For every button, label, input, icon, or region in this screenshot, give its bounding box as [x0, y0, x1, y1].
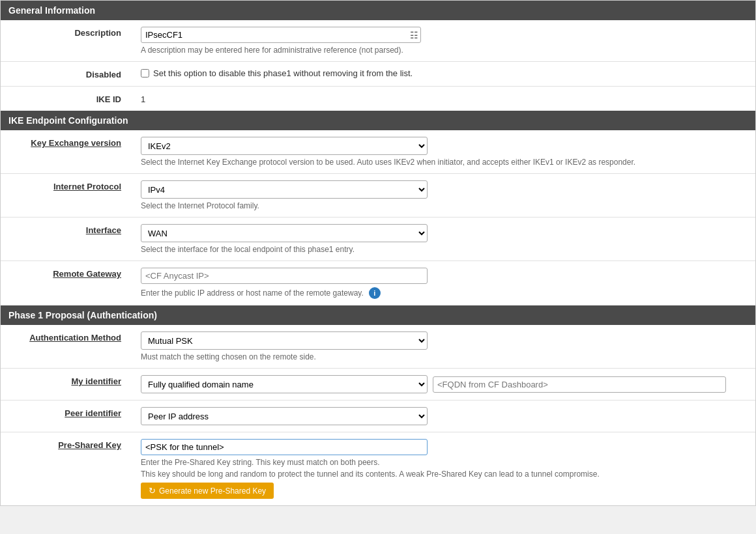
description-input[interactable]: [141, 27, 421, 43]
remote-gateway-helper: Enter the public IP address or host name…: [141, 288, 364, 298]
pre-shared-key-helper1: Enter the Pre-Shared Key string. This ke…: [141, 458, 746, 467]
interface-label: Interface: [1, 218, 131, 261]
remote-gateway-row: Remote Gateway Enter the public IP addre…: [1, 261, 755, 306]
key-exchange-helper: Select the Internet Key Exchange protoco…: [141, 158, 746, 167]
general-information-header: General Information: [1, 1, 755, 20]
my-identifier-value-cell: My IP address Fully qualified domain nam…: [131, 369, 755, 400]
remote-gateway-link[interactable]: Remote Gateway: [53, 269, 121, 279]
key-exchange-select[interactable]: IKEv2 Auto IKEv1: [141, 137, 428, 155]
pre-shared-key-label: Pre-Shared Key: [1, 432, 131, 506]
ike-id-value: 1: [141, 94, 145, 104]
remote-gateway-helper-row: Enter the public IP address or host name…: [141, 287, 746, 299]
disabled-label: Disabled: [1, 62, 131, 87]
remote-gateway-input[interactable]: [141, 268, 428, 284]
pre-shared-key-link[interactable]: Pre-Shared Key: [58, 440, 121, 450]
ike-id-label: IKE ID: [1, 87, 131, 111]
disabled-row: Disabled Set this option to disable this…: [1, 62, 755, 87]
internet-protocol-label: Internet Protocol: [1, 174, 131, 218]
generate-psk-label: Generate new Pre-Shared Key: [159, 486, 266, 496]
internet-protocol-select[interactable]: IPv4 IPv6: [141, 180, 428, 199]
generate-psk-button[interactable]: ↻ Generate new Pre-Shared Key: [141, 483, 274, 499]
remote-gateway-label: Remote Gateway: [1, 261, 131, 306]
ike-endpoint-header: IKE Endpoint Configuration: [1, 111, 755, 130]
ike-id-row: IKE ID 1: [1, 87, 755, 111]
key-exchange-row: Key Exchange version IKEv2 Auto IKEv1 Se…: [1, 130, 755, 174]
disabled-value-cell: Set this option to disable this phase1 w…: [131, 62, 755, 87]
my-identifier-link[interactable]: My identifier: [71, 376, 121, 386]
ike-id-value-cell: 1: [131, 87, 755, 111]
description-input-wrapper: ☷: [141, 27, 421, 43]
interface-row: Interface WAN LAN OPT1 Select the interf…: [1, 218, 755, 261]
internet-protocol-link[interactable]: Internet Protocol: [53, 182, 121, 191]
pre-shared-key-helper2: This key should be long and random to pr…: [141, 470, 746, 479]
my-identifier-label: My identifier: [1, 369, 131, 400]
interface-value-cell: WAN LAN OPT1 Select the interface for th…: [131, 218, 755, 261]
peer-identifier-row: Peer identifier Peer IP address IP addre…: [1, 400, 755, 432]
interface-link[interactable]: Interface: [86, 225, 121, 235]
page-wrapper: General Information Description ☷ A desc…: [0, 0, 756, 506]
refresh-icon: ↻: [149, 486, 156, 496]
info-icon[interactable]: i: [369, 287, 381, 299]
interface-helper: Select the interface for the local endpo…: [141, 245, 746, 254]
peer-identifier-link[interactable]: Peer identifier: [65, 408, 121, 418]
pre-shared-key-input[interactable]: [141, 439, 428, 455]
key-exchange-value-cell: IKEv2 Auto IKEv1 Select the Internet Key…: [131, 130, 755, 174]
phase1-proposal-title: Phase 1 Proposal (Authentication): [8, 310, 157, 320]
ike-endpoint-title: IKE Endpoint Configuration: [8, 115, 128, 126]
auth-method-helper: Must match the setting chosen on the rem…: [141, 352, 746, 361]
my-identifier-row: My identifier My IP address Fully qualif…: [1, 369, 755, 400]
internet-protocol-value-cell: IPv4 IPv6 Select the Internet Protocol f…: [131, 174, 755, 218]
remote-gateway-value-cell: Enter the public IP address or host name…: [131, 261, 755, 306]
disabled-checkbox-row: Set this option to disable this phase1 w…: [141, 68, 746, 78]
peer-identifier-select[interactable]: Peer IP address IP address Fully qualifi…: [141, 407, 428, 425]
auth-method-link[interactable]: Authentication Method: [29, 333, 121, 343]
internet-protocol-helper: Select the Internet Protocol family.: [141, 201, 746, 210]
pre-shared-key-value-cell: Enter the Pre-Shared Key string. This ke…: [131, 432, 755, 506]
phase1-proposal-header: Phase 1 Proposal (Authentication): [1, 305, 755, 325]
internet-protocol-row: Internet Protocol IPv4 IPv6 Select the I…: [1, 174, 755, 218]
auth-method-value-cell: Mutual PSK Mutual RSA xauth PSK xauth RS…: [131, 325, 755, 369]
description-value-cell: ☷ A description may be entered here for …: [131, 20, 755, 62]
ike-endpoint-table: Key Exchange version IKEv2 Auto IKEv1 Se…: [1, 130, 755, 305]
description-icon-btn[interactable]: ☷: [410, 30, 418, 40]
auth-method-label: Authentication Method: [1, 325, 131, 369]
key-exchange-label: Key Exchange version: [1, 130, 131, 174]
auth-method-select[interactable]: Mutual PSK Mutual RSA xauth PSK xauth RS…: [141, 331, 428, 350]
general-information-table: Description ☷ A description may be enter…: [1, 20, 755, 111]
description-helper: A description may be entered here for ad…: [141, 46, 746, 55]
my-identifier-select[interactable]: My IP address Fully qualified domain nam…: [141, 375, 428, 393]
my-identifier-inputs: My IP address Fully qualified domain nam…: [141, 375, 746, 393]
disabled-checkbox[interactable]: [141, 69, 149, 77]
peer-identifier-label: Peer identifier: [1, 400, 131, 432]
pre-shared-key-row: Pre-Shared Key Enter the Pre-Shared Key …: [1, 432, 755, 506]
interface-select[interactable]: WAN LAN OPT1: [141, 224, 428, 242]
key-exchange-link[interactable]: Key Exchange version: [31, 138, 121, 148]
auth-method-row: Authentication Method Mutual PSK Mutual …: [1, 325, 755, 369]
description-label: Description: [1, 20, 131, 62]
disabled-checkbox-label: Set this option to disable this phase1 w…: [153, 68, 413, 78]
my-identifier-value-input[interactable]: [433, 376, 726, 393]
peer-identifier-value-cell: Peer IP address IP address Fully qualifi…: [131, 400, 755, 432]
general-information-title: General Information: [8, 5, 95, 16]
phase1-proposal-table: Authentication Method Mutual PSK Mutual …: [1, 325, 755, 505]
description-row: Description ☷ A description may be enter…: [1, 20, 755, 62]
